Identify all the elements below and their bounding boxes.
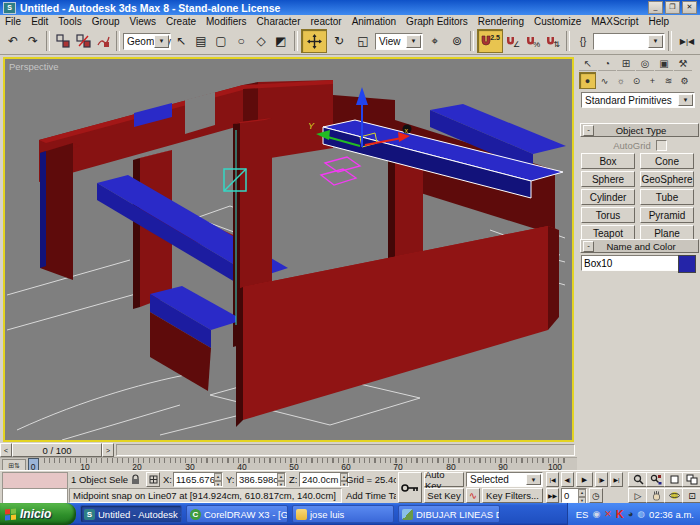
menu-create[interactable]: Create [161, 16, 201, 27]
current-frame-field[interactable]: 0 ▲▼ [561, 488, 587, 503]
menu-animation[interactable]: Animation [347, 16, 401, 27]
tab-utilities-icon[interactable]: ⚒ [674, 56, 692, 71]
select-and-rotate-button[interactable]: ↻ [327, 30, 351, 52]
pan-view-button[interactable] [646, 488, 666, 503]
collapse-icon[interactable]: - [583, 241, 594, 252]
network-error-icon[interactable]: ✕ [604, 509, 612, 519]
add-time-tag[interactable]: Add Time Tag [344, 488, 396, 503]
cone-button[interactable]: Cone [640, 153, 694, 169]
selection-lock-icon[interactable] [131, 474, 140, 485]
menu-views[interactable]: Views [125, 16, 162, 27]
region-zoom-button[interactable]: ▷ [628, 488, 648, 503]
menu-help[interactable]: Help [643, 16, 674, 27]
start-button[interactable]: Inicio [0, 503, 76, 525]
redo-icon[interactable]: ↷ [23, 30, 43, 52]
bind-to-space-warp-icon[interactable] [93, 30, 113, 52]
shield-icon[interactable]: ◕ [628, 509, 633, 519]
category-spacewarps-icon[interactable]: ≋ [661, 73, 676, 88]
globe-icon[interactable]: ◍ [637, 509, 645, 519]
use-pivot-center-button[interactable]: ⌖ [423, 30, 447, 52]
menu-character[interactable]: Character [252, 16, 306, 27]
menu-modifiers[interactable]: Modifiers [201, 16, 252, 27]
selection-filter-dropdown[interactable]: Geometry ▼ [123, 33, 171, 50]
previous-frame-button[interactable]: ◀| [561, 472, 574, 487]
auto-key-button[interactable]: Auto Key [424, 472, 464, 487]
time-configuration-button[interactable]: ◷ [589, 488, 603, 503]
restore-button[interactable]: ❐ [665, 1, 680, 14]
frame-spinner[interactable]: ▲▼ [578, 489, 586, 502]
key-selection-dropdown[interactable]: Selected ▼ [466, 472, 543, 487]
percent-snap-button[interactable]: % [523, 30, 543, 52]
sphere-button[interactable]: Sphere [581, 171, 635, 187]
geosphere-button[interactable]: GeoSphere [640, 171, 694, 187]
perspective-viewport[interactable]: Y x Perspective [3, 57, 574, 442]
torus-button[interactable]: Torus [581, 207, 635, 223]
select-and-scale-button[interactable]: ◱ [351, 30, 375, 52]
menu-edit[interactable]: Edit [26, 16, 53, 27]
arc-rotate-button[interactable] [664, 488, 684, 503]
menu-reactor[interactable]: reactor [306, 16, 347, 27]
spinner-snap-button[interactable]: ⇅ [543, 30, 563, 52]
name-color-rollout-header[interactable]: - Name and Color [580, 239, 699, 253]
chevron-down-icon[interactable]: ▼ [648, 35, 663, 48]
taskbar-task-3dsmax[interactable]: S Untitled - Autodesk 3... [80, 505, 182, 523]
kaspersky-icon[interactable]: K [616, 509, 624, 519]
minimize-button[interactable]: _ [648, 1, 663, 14]
menu-group[interactable]: Group [87, 16, 125, 27]
next-frame-button[interactable]: |▶ [595, 472, 608, 487]
reference-coordinate-system-dropdown[interactable]: View ▼ [375, 33, 423, 50]
time-back-arrow[interactable]: < [0, 443, 12, 457]
x-spinner[interactable]: ▲▼ [214, 473, 222, 486]
category-lights-icon[interactable]: ☼ [613, 73, 628, 88]
close-button[interactable]: ✕ [682, 1, 697, 14]
menu-tools[interactable]: Tools [53, 16, 86, 27]
select-and-link-icon[interactable] [53, 30, 73, 52]
time-slider-track[interactable] [116, 444, 575, 456]
chevron-down-icon[interactable]: ▼ [678, 94, 693, 106]
zoom-extents-all-button[interactable] [682, 472, 700, 487]
set-keys-button[interactable] [398, 472, 422, 503]
menu-maxscript[interactable]: MAXScript [586, 16, 643, 27]
category-cameras-icon[interactable]: ⊙ [629, 73, 644, 88]
window-crossing-toggle[interactable]: ◩ [271, 30, 291, 52]
tab-display-icon[interactable]: ▣ [655, 56, 673, 71]
x-coordinate-field[interactable]: 1165.676c ▲▼ [173, 472, 223, 487]
z-coordinate-field[interactable]: 240.0cm ▲▼ [299, 472, 349, 487]
key-filters-button[interactable]: Key Filters... [482, 488, 543, 503]
object-type-rollout-header[interactable]: - Object Type [580, 123, 699, 137]
category-shapes-icon[interactable]: ∿ [597, 73, 612, 88]
pyramid-button[interactable]: Pyramid [640, 207, 694, 223]
object-name-input[interactable] [581, 255, 679, 271]
viewport-label[interactable]: Perspective [9, 61, 59, 72]
menu-customize[interactable]: Customize [529, 16, 586, 27]
default-in-out-tangents-button[interactable]: ∿ [466, 488, 480, 503]
viewport-3d-scene[interactable]: Y x [5, 59, 572, 440]
time-forward-arrow[interactable]: > [102, 443, 114, 457]
key-mode-toggle[interactable]: ▶▶ [546, 488, 559, 503]
menu-file[interactable]: File [0, 16, 26, 27]
taskbar-task-image[interactable]: DIBUJAR LINEAS DE ... [398, 505, 500, 523]
menu-graph-editors[interactable]: Graph Editors [401, 16, 473, 27]
time-slider-handle[interactable]: 0 / 100 [12, 443, 102, 457]
autogrid-checkbox[interactable] [656, 140, 667, 151]
maximize-viewport-toggle[interactable]: ⊡ [682, 488, 700, 503]
category-helpers-icon[interactable]: + [645, 73, 660, 88]
subcategory-dropdown[interactable]: Standard Primitives ▼ [581, 92, 695, 108]
mirror-button[interactable]: ▶|◀ [675, 30, 699, 52]
snap-toggle-button[interactable]: 2.5 [477, 29, 503, 53]
tab-create-icon[interactable]: ↖ [579, 56, 597, 71]
track-bar[interactable]: ⊞⇅ 0 10 20 30 40 50 60 70 80 90 100 [0, 457, 577, 471]
select-by-name-button[interactable]: ▤ [191, 30, 211, 52]
undo-icon[interactable]: ↶ [3, 30, 23, 52]
language-indicator[interactable]: ES [576, 509, 589, 520]
select-and-move-button[interactable] [301, 29, 327, 53]
object-color-swatch[interactable] [678, 255, 696, 273]
tab-motion-icon[interactable]: ◎ [636, 56, 654, 71]
set-key-button[interactable]: Set Key [424, 488, 464, 503]
circle-selection-region-button[interactable]: ○ [231, 30, 251, 52]
select-and-manipulate-button[interactable]: ⊚ [447, 30, 467, 52]
z-axis-arrow[interactable] [356, 87, 368, 105]
tab-hierarchy-icon[interactable]: ⊞ [617, 56, 635, 71]
box-button[interactable]: Box [581, 153, 635, 169]
chevron-down-icon[interactable]: ▼ [406, 35, 421, 48]
